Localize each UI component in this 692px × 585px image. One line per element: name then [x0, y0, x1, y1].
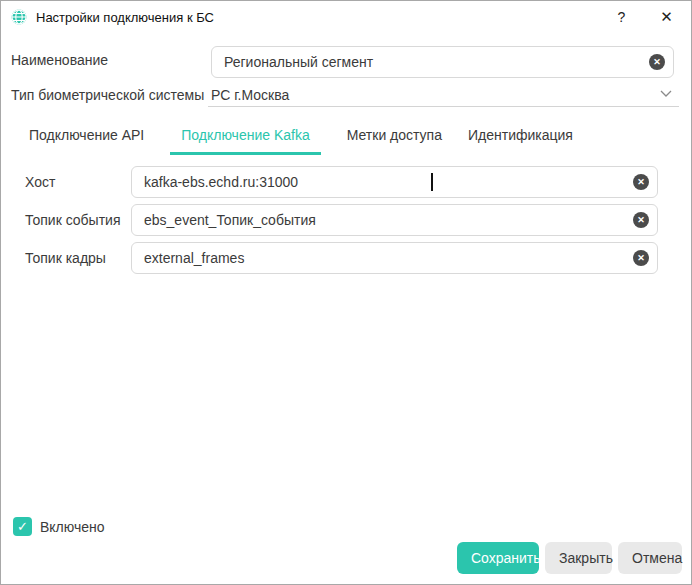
system-type-underline [208, 106, 679, 107]
cancel-button[interactable]: Отмена [618, 542, 682, 574]
host-field-wrap: ✕ [131, 166, 658, 198]
clear-host-icon[interactable]: ✕ [633, 174, 649, 190]
tab-identification[interactable]: Идентификация [468, 121, 573, 155]
system-type-select[interactable]: РС г.Москва [211, 87, 289, 103]
tab-access-labels[interactable]: Метки доступа [347, 121, 442, 155]
frames-topic-input[interactable] [131, 242, 658, 274]
chevron-down-icon[interactable] [659, 89, 673, 98]
tab-api-connection[interactable]: Подключение API [29, 121, 144, 155]
host-input[interactable] [131, 166, 658, 198]
save-button[interactable]: Сохранить [457, 542, 539, 574]
name-field-wrap: ✕ [211, 46, 674, 78]
frames-topic-label: Топик кадры [25, 250, 106, 266]
globe-app-icon [11, 9, 27, 25]
help-button[interactable]: ? [599, 1, 644, 33]
enabled-checkbox[interactable]: ✓ [13, 517, 32, 536]
event-topic-wrap: ✕ [131, 204, 658, 236]
window-title: Настройки подключения к БС [36, 10, 214, 25]
enabled-checkbox-label: Включено [40, 519, 105, 535]
system-type-label: Тип биометрической системы [11, 87, 204, 103]
text-caret [431, 173, 433, 191]
titlebar: Настройки подключения к БС ? ✕ [1, 1, 691, 33]
name-input[interactable] [211, 46, 674, 78]
close-window-button[interactable]: ✕ [644, 1, 689, 33]
host-field-label: Хост [25, 174, 55, 190]
tab-kafka-connection[interactable]: Подключение Kafka [170, 121, 320, 155]
connection-settings-dialog: Настройки подключения к БС ? ✕ Наименова… [0, 0, 692, 585]
event-topic-label: Топик события [25, 212, 121, 228]
clear-frames-topic-icon[interactable]: ✕ [633, 250, 649, 266]
name-field-label: Наименование [11, 52, 108, 68]
clear-name-icon[interactable]: ✕ [649, 54, 665, 70]
tab-bar: Подключение API Подключение Kafka Метки … [29, 121, 573, 155]
close-button[interactable]: Закрыть [545, 542, 612, 574]
clear-event-topic-icon[interactable]: ✕ [633, 212, 649, 228]
enabled-checkbox-row: ✓ Включено [13, 517, 105, 536]
frames-topic-wrap: ✕ [131, 242, 658, 274]
event-topic-input[interactable] [131, 204, 658, 236]
